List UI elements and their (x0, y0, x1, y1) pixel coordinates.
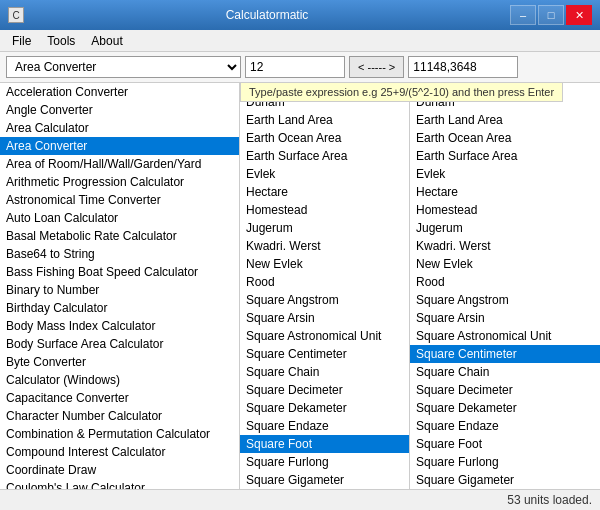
convert-button[interactable]: < ----- > (349, 56, 404, 78)
sidebar-list[interactable]: Acceleration ConverterAngle ConverterAre… (0, 83, 240, 489)
right-column[interactable]: AreBarnCentiareCircular InchCircular Mil… (410, 83, 600, 489)
sidebar-item[interactable]: Bass Fishing Boat Speed Calculator (0, 263, 239, 281)
middle-column-item[interactable]: Earth Surface Area (240, 147, 409, 165)
right-column-item[interactable]: Kwadri. Werst (410, 237, 600, 255)
sidebar-item[interactable]: Combination & Permutation Calculator (0, 425, 239, 443)
right-column-item[interactable]: Earth Surface Area (410, 147, 600, 165)
middle-column-item[interactable]: Square Foot (240, 435, 409, 453)
middle-column-item[interactable]: Evlek (240, 165, 409, 183)
sidebar-item[interactable]: Arithmetic Progression Calculator (0, 173, 239, 191)
status-bar: 53 units loaded. (0, 489, 600, 509)
right-column-item[interactable]: Square Centimeter (410, 345, 600, 363)
middle-column-item[interactable]: Hectare (240, 183, 409, 201)
tooltip-bar: Type/paste expression e.g 25+9/(5^2-10) … (240, 82, 563, 102)
status-text: 53 units loaded. (507, 493, 592, 507)
sidebar-item[interactable]: Binary to Number (0, 281, 239, 299)
middle-column-item[interactable]: Earth Land Area (240, 111, 409, 129)
right-column-item[interactable]: Square Dekameter (410, 399, 600, 417)
right-column-item[interactable]: Earth Ocean Area (410, 129, 600, 147)
middle-column-item[interactable]: Square Centimeter (240, 345, 409, 363)
sidebar-item[interactable]: Calculator (Windows) (0, 371, 239, 389)
middle-column-item[interactable]: Square Arsin (240, 309, 409, 327)
calculator-selector[interactable]: Acceleration ConverterAngle ConverterAre… (6, 56, 241, 78)
close-button[interactable]: ✕ (566, 5, 592, 25)
sidebar-item[interactable]: Byte Converter (0, 353, 239, 371)
menu-tools[interactable]: Tools (39, 32, 83, 50)
right-column-item[interactable]: Square Furlong (410, 453, 600, 471)
middle-column-item[interactable]: Square Astronomical Unit (240, 327, 409, 345)
right-column-item[interactable]: New Evlek (410, 255, 600, 273)
middle-column-item[interactable]: Square Gigameter (240, 471, 409, 489)
right-column-item[interactable]: Earth Land Area (410, 111, 600, 129)
sidebar-item[interactable]: Base64 to String (0, 245, 239, 263)
middle-column-item[interactable]: Homestead (240, 201, 409, 219)
app-icon: C (8, 7, 24, 23)
sidebar-item[interactable]: Coordinate Draw (0, 461, 239, 479)
right-column-item[interactable]: Square Arsin (410, 309, 600, 327)
sidebar-item[interactable]: Basal Metabolic Rate Calculator (0, 227, 239, 245)
sidebar-item[interactable]: Compound Interest Calculator (0, 443, 239, 461)
right-column-item[interactable]: Rood (410, 273, 600, 291)
sidebar-item[interactable]: Astronomical Time Converter (0, 191, 239, 209)
right-column-item[interactable]: Square Foot (410, 435, 600, 453)
right-column-item[interactable]: Evlek (410, 165, 600, 183)
sidebar-item[interactable]: Capacitance Converter (0, 389, 239, 407)
right-column-item[interactable]: Jugerum (410, 219, 600, 237)
right-column-item[interactable]: Square Endaze (410, 417, 600, 435)
right-column-item[interactable]: Square Chain (410, 363, 600, 381)
main-content: Acceleration ConverterAngle ConverterAre… (0, 83, 600, 489)
menu-file[interactable]: File (4, 32, 39, 50)
window-controls: – □ ✕ (510, 5, 592, 25)
middle-column-item[interactable]: Square Dekameter (240, 399, 409, 417)
middle-column-item[interactable]: Jugerum (240, 219, 409, 237)
maximize-button[interactable]: □ (538, 5, 564, 25)
window-title: Calculatormatic (24, 8, 510, 22)
right-column-item[interactable]: Square Astronomical Unit (410, 327, 600, 345)
middle-column-item[interactable]: New Evlek (240, 255, 409, 273)
menu-bar: File Tools About (0, 30, 600, 52)
right-column-item[interactable]: Square Angstrom (410, 291, 600, 309)
middle-column-item[interactable]: Square Angstrom (240, 291, 409, 309)
sidebar-item[interactable]: Acceleration Converter (0, 83, 239, 101)
sidebar-item[interactable]: Angle Converter (0, 101, 239, 119)
title-bar: C Calculatormatic – □ ✕ (0, 0, 600, 30)
middle-column-item[interactable]: Square Furlong (240, 453, 409, 471)
right-column-item[interactable]: Homestead (410, 201, 600, 219)
expression-input[interactable] (245, 56, 345, 78)
sidebar-item[interactable]: Area Converter (0, 137, 239, 155)
middle-column-item[interactable]: Square Chain (240, 363, 409, 381)
middle-column-item[interactable]: Square Endaze (240, 417, 409, 435)
right-column-item[interactable]: Square Gigameter (410, 471, 600, 489)
middle-column-item[interactable]: Kwadri. Werst (240, 237, 409, 255)
middle-column-item[interactable]: Square Decimeter (240, 381, 409, 399)
sidebar-item[interactable]: Auto Loan Calculator (0, 209, 239, 227)
sidebar-item[interactable]: Coulomb's Law Calculator (0, 479, 239, 489)
middle-column[interactable]: AreBarnCentiareCircular InchCircular Mil… (240, 83, 410, 489)
sidebar-item[interactable]: Body Surface Area Calculator (0, 335, 239, 353)
sidebar-item[interactable]: Body Mass Index Calculator (0, 317, 239, 335)
minimize-button[interactable]: – (510, 5, 536, 25)
sidebar-item[interactable]: Character Number Calculator (0, 407, 239, 425)
middle-column-item[interactable]: Earth Ocean Area (240, 129, 409, 147)
sidebar-item[interactable]: Area of Room/Hall/Wall/Garden/Yard (0, 155, 239, 173)
sidebar-item[interactable]: Area Calculator (0, 119, 239, 137)
result-display (408, 56, 518, 78)
right-column-item[interactable]: Square Decimeter (410, 381, 600, 399)
middle-column-item[interactable]: Rood (240, 273, 409, 291)
right-column-item[interactable]: Hectare (410, 183, 600, 201)
toolbar: Acceleration ConverterAngle ConverterAre… (0, 52, 600, 83)
sidebar-item[interactable]: Birthday Calculator (0, 299, 239, 317)
menu-about[interactable]: About (83, 32, 130, 50)
